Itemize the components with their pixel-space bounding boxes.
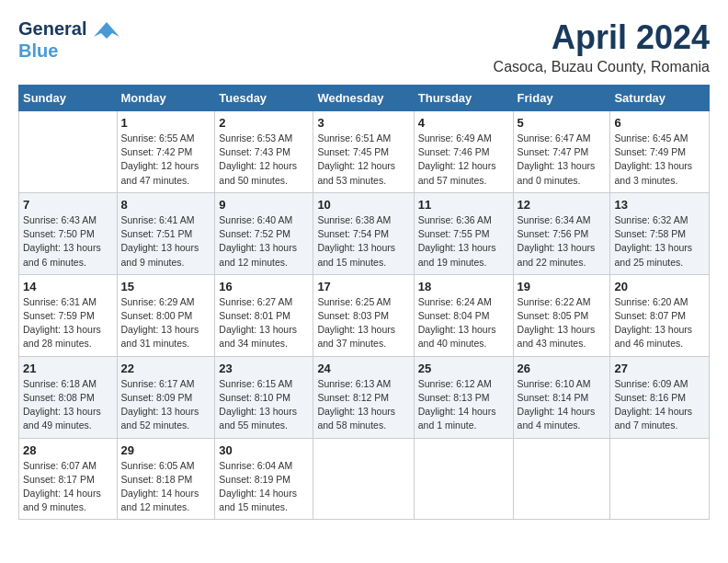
title-block: April 2024 Casoca, Buzau County, Romania: [494, 18, 710, 75]
calendar-cell: 14Sunrise: 6:31 AM Sunset: 7:59 PM Dayli…: [19, 274, 118, 356]
day-info: Sunrise: 6:31 AM Sunset: 7:59 PM Dayligh…: [23, 295, 113, 351]
calendar-cell: 30Sunrise: 6:04 AM Sunset: 8:19 PM Dayli…: [215, 438, 313, 520]
calendar-cell: 22Sunrise: 6:17 AM Sunset: 8:09 PM Dayli…: [117, 356, 215, 438]
day-number: 17: [317, 280, 409, 293]
day-info: Sunrise: 6:09 AM Sunset: 8:16 PM Dayligh…: [614, 377, 705, 433]
svg-marker-0: [94, 22, 119, 39]
day-number: 15: [121, 280, 211, 293]
calendar-week-row: 1Sunrise: 6:55 AM Sunset: 7:42 PM Daylig…: [19, 111, 710, 193]
calendar-week-row: 21Sunrise: 6:18 AM Sunset: 8:08 PM Dayli…: [19, 356, 710, 438]
day-info: Sunrise: 6:27 AM Sunset: 8:01 PM Dayligh…: [219, 295, 309, 351]
day-info: Sunrise: 6:07 AM Sunset: 8:17 PM Dayligh…: [23, 459, 113, 515]
calendar-cell: 19Sunrise: 6:22 AM Sunset: 8:05 PM Dayli…: [513, 274, 610, 356]
calendar-cell: 29Sunrise: 6:05 AM Sunset: 8:18 PM Dayli…: [117, 438, 215, 520]
day-info: Sunrise: 6:15 AM Sunset: 8:10 PM Dayligh…: [219, 377, 309, 433]
calendar-cell: 9Sunrise: 6:40 AM Sunset: 7:52 PM Daylig…: [215, 192, 313, 274]
day-info: Sunrise: 6:05 AM Sunset: 8:18 PM Dayligh…: [121, 459, 211, 515]
day-number: 22: [121, 362, 211, 375]
calendar-cell: 6Sunrise: 6:45 AM Sunset: 7:49 PM Daylig…: [610, 111, 710, 193]
day-number: 12: [518, 198, 607, 212]
day-info: Sunrise: 6:43 AM Sunset: 7:50 PM Dayligh…: [23, 213, 113, 270]
page-header: General Blue April 2024 Casoca, Buzau Co…: [18, 18, 710, 75]
calendar-cell: [513, 438, 610, 520]
day-number: 2: [219, 116, 309, 130]
day-info: Sunrise: 6:51 AM Sunset: 7:45 PM Dayligh…: [317, 132, 409, 188]
day-number: 8: [121, 198, 211, 212]
calendar-table: SundayMondayTuesdayWednesdayThursdayFrid…: [18, 85, 710, 520]
calendar-cell: 12Sunrise: 6:34 AM Sunset: 7:56 PM Dayli…: [513, 192, 610, 274]
calendar-cell: [414, 438, 513, 520]
weekday-header: Saturday: [610, 86, 710, 111]
day-number: 14: [23, 280, 113, 293]
location-subtitle: Casoca, Buzau County, Romania: [494, 59, 710, 75]
weekday-header: Wednesday: [313, 86, 414, 111]
day-number: 16: [219, 280, 309, 293]
day-number: 29: [121, 443, 211, 457]
day-number: 13: [614, 198, 705, 212]
day-info: Sunrise: 6:20 AM Sunset: 8:07 PM Dayligh…: [614, 295, 705, 351]
day-number: 23: [219, 362, 309, 375]
calendar-cell: 8Sunrise: 6:41 AM Sunset: 7:51 PM Daylig…: [117, 192, 215, 274]
day-info: Sunrise: 6:53 AM Sunset: 7:43 PM Dayligh…: [219, 132, 309, 188]
calendar-cell: 23Sunrise: 6:15 AM Sunset: 8:10 PM Dayli…: [215, 356, 313, 438]
calendar-cell: 17Sunrise: 6:25 AM Sunset: 8:03 PM Dayli…: [313, 274, 414, 356]
day-info: Sunrise: 6:10 AM Sunset: 8:14 PM Dayligh…: [518, 377, 607, 433]
day-number: 20: [614, 280, 705, 293]
day-info: Sunrise: 6:36 AM Sunset: 7:55 PM Dayligh…: [418, 213, 509, 270]
day-number: 28: [23, 443, 113, 457]
calendar-cell: 11Sunrise: 6:36 AM Sunset: 7:55 PM Dayli…: [414, 192, 513, 274]
day-number: 25: [418, 362, 509, 375]
day-number: 5: [518, 116, 607, 130]
day-number: 19: [518, 280, 607, 293]
calendar-cell: 4Sunrise: 6:49 AM Sunset: 7:46 PM Daylig…: [414, 111, 513, 193]
day-info: Sunrise: 6:40 AM Sunset: 7:52 PM Dayligh…: [219, 213, 309, 270]
calendar-cell: [19, 111, 118, 193]
day-number: 7: [23, 198, 113, 212]
weekday-header: Thursday: [414, 86, 513, 111]
calendar-cell: 10Sunrise: 6:38 AM Sunset: 7:54 PM Dayli…: [313, 192, 414, 274]
day-info: Sunrise: 6:22 AM Sunset: 8:05 PM Dayligh…: [518, 295, 607, 351]
calendar-cell: 24Sunrise: 6:13 AM Sunset: 8:12 PM Dayli…: [313, 356, 414, 438]
calendar-cell: 28Sunrise: 6:07 AM Sunset: 8:17 PM Dayli…: [19, 438, 118, 520]
day-info: Sunrise: 6:25 AM Sunset: 8:03 PM Dayligh…: [317, 295, 409, 351]
day-info: Sunrise: 6:41 AM Sunset: 7:51 PM Dayligh…: [121, 213, 211, 270]
day-number: 9: [219, 198, 309, 212]
day-info: Sunrise: 6:04 AM Sunset: 8:19 PM Dayligh…: [219, 459, 309, 515]
weekday-header: Sunday: [19, 86, 118, 111]
day-number: 21: [23, 362, 113, 375]
day-number: 1: [121, 116, 211, 130]
month-title: April 2024: [494, 18, 710, 57]
day-info: Sunrise: 6:29 AM Sunset: 8:00 PM Dayligh…: [121, 295, 211, 351]
day-info: Sunrise: 6:24 AM Sunset: 8:04 PM Dayligh…: [418, 295, 509, 351]
day-info: Sunrise: 6:34 AM Sunset: 7:56 PM Dayligh…: [518, 213, 607, 270]
day-number: 26: [518, 362, 607, 375]
weekday-header: Friday: [513, 86, 610, 111]
weekday-header: Tuesday: [215, 86, 313, 111]
day-info: Sunrise: 6:38 AM Sunset: 7:54 PM Dayligh…: [317, 213, 409, 270]
calendar-cell: 25Sunrise: 6:12 AM Sunset: 8:13 PM Dayli…: [414, 356, 513, 438]
calendar-cell: 20Sunrise: 6:20 AM Sunset: 8:07 PM Dayli…: [610, 274, 710, 356]
calendar-cell: 16Sunrise: 6:27 AM Sunset: 8:01 PM Dayli…: [215, 274, 313, 356]
day-info: Sunrise: 6:32 AM Sunset: 7:58 PM Dayligh…: [614, 213, 705, 270]
day-info: Sunrise: 6:49 AM Sunset: 7:46 PM Dayligh…: [418, 132, 509, 188]
logo: General Blue: [18, 18, 119, 61]
day-number: 6: [614, 116, 705, 130]
calendar-cell: 15Sunrise: 6:29 AM Sunset: 8:00 PM Dayli…: [117, 274, 215, 356]
logo-text: General Blue: [18, 18, 119, 61]
logo-bird-icon: [94, 20, 119, 40]
day-info: Sunrise: 6:55 AM Sunset: 7:42 PM Dayligh…: [121, 132, 211, 188]
calendar-cell: [313, 438, 414, 520]
day-number: 4: [418, 116, 509, 130]
calendar-week-row: 7Sunrise: 6:43 AM Sunset: 7:50 PM Daylig…: [19, 192, 710, 274]
day-number: 30: [219, 443, 309, 457]
day-info: Sunrise: 6:47 AM Sunset: 7:47 PM Dayligh…: [518, 132, 607, 188]
calendar-cell: 3Sunrise: 6:51 AM Sunset: 7:45 PM Daylig…: [313, 111, 414, 193]
calendar-cell: 21Sunrise: 6:18 AM Sunset: 8:08 PM Dayli…: [19, 356, 118, 438]
calendar-week-row: 28Sunrise: 6:07 AM Sunset: 8:17 PM Dayli…: [19, 438, 710, 520]
calendar-cell: 5Sunrise: 6:47 AM Sunset: 7:47 PM Daylig…: [513, 111, 610, 193]
calendar-cell: 18Sunrise: 6:24 AM Sunset: 8:04 PM Dayli…: [414, 274, 513, 356]
day-info: Sunrise: 6:18 AM Sunset: 8:08 PM Dayligh…: [23, 377, 113, 433]
calendar-cell: 2Sunrise: 6:53 AM Sunset: 7:43 PM Daylig…: [215, 111, 313, 193]
calendar-cell: 26Sunrise: 6:10 AM Sunset: 8:14 PM Dayli…: [513, 356, 610, 438]
calendar-week-row: 14Sunrise: 6:31 AM Sunset: 7:59 PM Dayli…: [19, 274, 710, 356]
